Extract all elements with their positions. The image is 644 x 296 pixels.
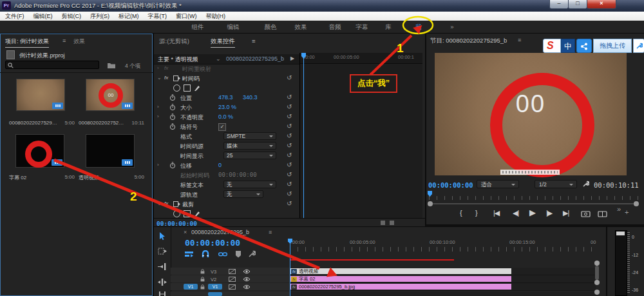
export-frame-icon[interactable] <box>581 210 591 217</box>
reset-icon[interactable]: ↺ <box>287 142 292 149</box>
close-button[interactable]: × <box>587 0 616 9</box>
checkbox-checked[interactable]: ✓ <box>218 123 226 131</box>
effect-row-crop[interactable]: ⌄fx 裁剪 ↺ <box>154 199 299 209</box>
slip-tool-icon[interactable] <box>158 291 167 296</box>
reset-icon[interactable]: ↺ <box>287 113 292 120</box>
stopwatch-icon[interactable] <box>169 162 176 169</box>
go-to-in-button[interactable]: |◀ <box>493 209 499 217</box>
workspace-tab-titles[interactable]: 字幕 <box>348 23 376 32</box>
sogou-logo-bg[interactable]: S <box>543 39 561 53</box>
scrollbar-track[interactable] <box>431 203 636 204</box>
compare-view-icon[interactable] <box>598 210 607 217</box>
add-marker-icon[interactable] <box>235 250 242 258</box>
track-lane-a1[interactable] <box>290 291 596 296</box>
step-back-button[interactable]: ◀| <box>513 209 518 217</box>
rect-mask-icon[interactable] <box>184 84 191 92</box>
value-y[interactable]: 340.3 <box>243 94 258 101</box>
panel-menu-icon[interactable]: ≡ <box>252 37 256 44</box>
sync-lock-icon[interactable] <box>229 269 236 274</box>
property-row-field-symbol[interactable]: 场符号 ✓ ↺ <box>154 122 299 132</box>
pen-mask-icon[interactable] <box>194 210 201 217</box>
value-x[interactable]: 478.3 <box>218 94 233 101</box>
property-row-source-track[interactable]: 源轨道 无 ↺ <box>154 190 299 199</box>
new-bin-icon[interactable] <box>107 62 116 69</box>
go-to-out-button[interactable]: ▶| <box>563 209 569 217</box>
workspace-tab-libraries[interactable]: 库 <box>374 23 402 32</box>
menu-item-edit[interactable]: 编辑(E) <box>33 12 53 21</box>
drag-upload-button[interactable]: 拖拽上传 <box>593 39 632 53</box>
sogou-share-icon[interactable] <box>576 39 592 53</box>
program-scrub-ruler[interactable] <box>429 196 639 200</box>
lock-icon[interactable] <box>200 284 205 290</box>
clip-label-row[interactable]: 字幕 02 5:00 <box>9 174 76 181</box>
format-dropdown[interactable]: SMPTE <box>223 132 276 140</box>
timeline-ruler-ticks[interactable] <box>290 247 596 252</box>
sogou-settings-bg[interactable] <box>633 39 644 53</box>
timeline-settings-wrench-icon[interactable] <box>248 250 256 258</box>
panel-menu-icon[interactable]: ≡ <box>518 37 521 43</box>
toggle-track-output-eye-icon[interactable] <box>243 269 251 274</box>
zoom-icon[interactable] <box>390 221 394 225</box>
reset-icon[interactable]: ↺ <box>287 200 292 207</box>
panel-menu-icon[interactable]: ≡ <box>269 229 272 235</box>
clip-subtitle-02[interactable]: fx 字幕 02 <box>290 275 512 282</box>
source-track-dropdown[interactable]: 无 <box>223 190 263 198</box>
zoom-fit-icon[interactable] <box>381 221 385 225</box>
clip-label-row[interactable]: 透明视频 5:00 <box>79 174 146 181</box>
lang-mode-button[interactable]: 中 <box>561 39 575 53</box>
track-select-tool-icon[interactable] <box>158 248 167 255</box>
mark-in-button[interactable]: { <box>460 209 462 217</box>
ripple-edit-tool-icon[interactable] <box>158 263 167 270</box>
vscroll-bottom-handle[interactable] <box>594 280 600 285</box>
stopwatch-icon[interactable] <box>169 113 176 121</box>
sequence-close-icon[interactable]: × <box>184 229 187 235</box>
workspace-overflow-chevron[interactable]: » <box>438 23 466 30</box>
sequence-tab[interactable]: 0008020220275295_b <box>191 229 249 235</box>
clip-thumbnail-3[interactable] <box>15 134 64 168</box>
snap-magnet-icon[interactable] <box>202 250 209 258</box>
property-row-format[interactable]: 格式 SMPTE ↺ <box>154 132 299 141</box>
lock-icon[interactable] <box>200 269 205 274</box>
menu-item-window[interactable]: 窗口(W) <box>176 12 197 21</box>
workspace-tab-color[interactable]: 颜色 <box>256 23 285 32</box>
toggle-track-output-eye-icon[interactable] <box>243 277 251 282</box>
maximize-button[interactable]: □ <box>568 0 587 9</box>
minimize-button[interactable]: – <box>549 0 569 9</box>
property-row-label-text[interactable]: 标签文本 无 ↺ <box>154 180 299 190</box>
property-row-size[interactable]: › 大小 23.0 % ↺ <box>154 103 299 112</box>
stopwatch-icon[interactable] <box>169 123 176 130</box>
linked-selection-icon[interactable] <box>218 251 227 257</box>
lock-icon[interactable] <box>200 277 205 282</box>
track-header-v1[interactable]: V1 V1 <box>171 283 290 290</box>
effect-row-time-remap[interactable]: ›fx 时间重映射 <box>154 64 299 74</box>
reset-icon[interactable]: ↺ <box>287 74 292 81</box>
vscroll-handle-2[interactable] <box>594 290 600 295</box>
tab-effect-controls[interactable]: 效果控件 <box>211 37 235 48</box>
property-row-timecode-source[interactable]: 时间码源 媒体 ↺ <box>154 141 299 151</box>
value[interactable]: 0 <box>218 162 222 168</box>
scrollbar-right-handle[interactable] <box>634 201 639 206</box>
keyframe-ruler[interactable]: 00:00 00:00:05:00 00:00:1 <box>300 53 422 64</box>
property-row-offset[interactable]: › 位移 0 ↺ <box>154 161 299 170</box>
panel-timecode[interactable]: 00:00:00:00 <box>156 220 197 227</box>
clip-transparent-video[interactable]: fx 透明视频 <box>290 268 512 275</box>
mark-out-button[interactable]: } <box>475 209 478 217</box>
project-file-name[interactable]: 倒计时效果.prproj <box>19 52 65 60</box>
vscroll-top-handle[interactable] <box>594 261 600 266</box>
settings-wrench-icon[interactable] <box>582 181 589 188</box>
clip-background-jpg[interactable]: fx 0008020220275295_b.jpg <box>290 283 512 290</box>
step-forward-button[interactable]: |▶ <box>546 209 552 217</box>
reset-icon[interactable]: ↺ <box>287 190 292 197</box>
reset-icon[interactable]: ↺ <box>287 103 292 110</box>
pen-mask-icon[interactable] <box>194 84 201 92</box>
sync-lock-icon[interactable] <box>229 277 236 282</box>
timecode-source-dropdown[interactable]: 媒体 <box>223 142 276 150</box>
clip-thumbnail-2[interactable]: 00 <box>86 79 135 111</box>
tab-effects[interactable]: 效果 <box>73 37 85 46</box>
ellipse-mask-icon[interactable] <box>173 210 180 217</box>
panel-menu-icon[interactable]: ≡ <box>62 37 66 44</box>
stopwatch-icon[interactable] <box>169 94 176 101</box>
value[interactable]: 0.0 % <box>218 113 233 120</box>
reset-icon[interactable]: ↺ <box>287 171 292 178</box>
chevron-down-icon[interactable]: ⌄ <box>216 55 221 62</box>
